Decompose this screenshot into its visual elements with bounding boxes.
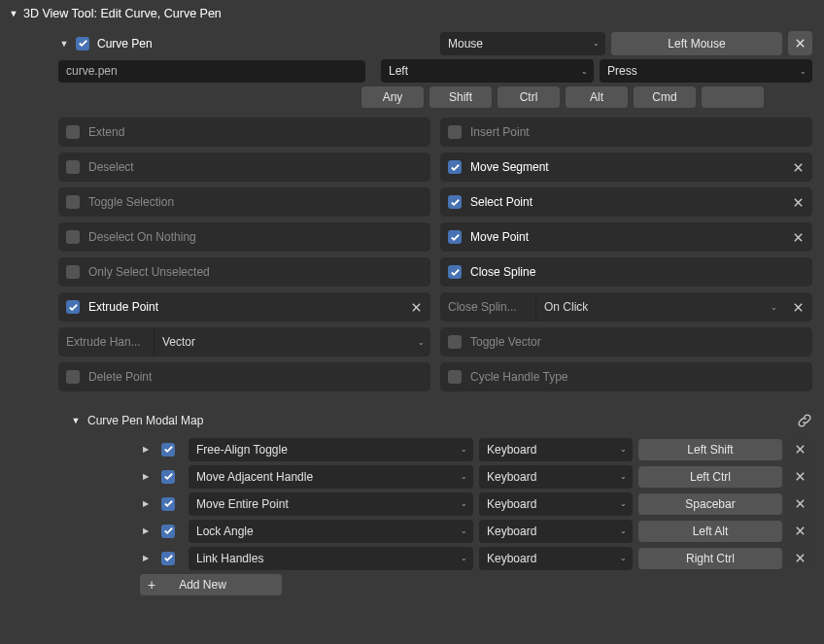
key-button[interactable]: Left Mouse (611, 32, 782, 55)
remove-row-button[interactable] (788, 464, 812, 489)
mod-ctrl[interactable]: Ctrl (498, 86, 560, 108)
option-row: Insert Point (440, 118, 812, 147)
option-checkbox[interactable] (448, 125, 462, 139)
key-value-select[interactable]: Left⌄ (381, 59, 594, 83)
reset-icon[interactable] (791, 160, 805, 174)
key-button[interactable]: Spacebar (638, 493, 782, 515)
remove-row-button[interactable] (788, 437, 812, 461)
enable-checkbox[interactable] (161, 525, 175, 538)
option-row: Extend (58, 118, 430, 147)
option-checkbox[interactable] (448, 160, 462, 174)
option-select[interactable]: Vector⌄ (154, 327, 430, 356)
remove-row-button[interactable] (788, 519, 812, 543)
expand-icon[interactable]: ▶ (140, 499, 152, 508)
key-button[interactable]: Right Ctrl (638, 548, 782, 569)
option-checkbox[interactable] (448, 370, 462, 384)
expand-icon[interactable]: ▶ (140, 526, 152, 535)
action-select[interactable]: Move Adjacent Handle⌄ (189, 465, 473, 489)
panel-header[interactable]: ▼ 3D View Tool: Edit Curve, Curve Pen (0, 0, 824, 27)
modal-map-title: Curve Pen Modal Map (87, 414, 203, 427)
option-checkbox[interactable] (66, 265, 80, 279)
option-row: Toggle Selection (58, 187, 430, 217)
option-checkbox[interactable] (448, 195, 462, 209)
mod-extra[interactable] (702, 86, 764, 108)
option-label: Insert Point (470, 125, 805, 139)
option-label: Move Segment (470, 160, 782, 174)
option-row: Delete Point (58, 362, 430, 391)
option-label: Extrude Han... (66, 335, 146, 349)
option-checkbox[interactable] (66, 370, 80, 384)
modifier-row: Any Shift Ctrl Alt Cmd (361, 86, 824, 108)
option-row: Toggle Vector (440, 327, 812, 356)
add-new-button[interactable]: + Add New (140, 574, 282, 595)
option-checkbox[interactable] (448, 230, 462, 244)
mod-any[interactable]: Any (361, 86, 424, 108)
option-row: Move Point (440, 222, 812, 252)
option-label: Deselect (88, 160, 423, 174)
collapse-icon: ▼ (8, 9, 19, 18)
action-select[interactable]: Free-Align Toggle⌄ (189, 438, 473, 461)
option-label: Close Splin... (448, 300, 528, 314)
input-type-select[interactable]: Keyboard⌄ (479, 465, 633, 489)
option-row: Cycle Handle Type (440, 362, 812, 391)
option-checkbox[interactable] (66, 195, 80, 209)
option-checkbox[interactable] (66, 300, 80, 314)
option-row: Extrude Han... Vector⌄ (58, 327, 430, 356)
option-label: Only Select Unselected (88, 265, 423, 279)
input-type-select[interactable]: Keyboard⌄ (479, 492, 633, 516)
option-select[interactable]: On Click⌄ (535, 292, 783, 322)
option-row: Move Segment (440, 153, 812, 182)
expand-icon[interactable]: ▶ (140, 472, 152, 481)
link-icon (797, 413, 812, 428)
option-row: Select Point (440, 187, 812, 217)
option-label: Close Spline (470, 265, 805, 279)
reset-icon[interactable] (791, 195, 805, 209)
add-new-label: Add New (179, 578, 226, 592)
expand-icon[interactable]: ▶ (140, 445, 152, 454)
event-select[interactable]: Press⌄ (600, 59, 812, 83)
enable-checkbox[interactable] (161, 443, 175, 457)
option-checkbox[interactable] (66, 125, 80, 139)
key-button[interactable]: Left Ctrl (638, 466, 782, 488)
modal-map-row: ▶ Move Adjacent Handle⌄ Keyboard⌄ Left C… (140, 464, 812, 489)
mod-alt[interactable]: Alt (566, 86, 628, 108)
modal-map-header[interactable]: ▼ Curve Pen Modal Map (70, 407, 812, 434)
option-label: Deselect On Nothing (88, 230, 423, 244)
mod-shift[interactable]: Shift (429, 86, 492, 108)
enable-checkbox[interactable] (76, 37, 89, 51)
option-checkbox[interactable] (448, 335, 462, 349)
reset-icon[interactable] (409, 300, 423, 314)
option-row: Deselect (58, 153, 430, 182)
binding-label: Curve Pen (97, 37, 153, 51)
input-type-select[interactable]: Keyboard⌄ (479, 520, 633, 543)
action-select[interactable]: Move Entire Point⌄ (189, 492, 473, 516)
expand-icon[interactable]: ▶ (140, 554, 152, 562)
option-row: Close Spline (440, 257, 812, 287)
option-checkbox[interactable] (448, 265, 462, 279)
identifier-input[interactable]: curve.pen (58, 60, 365, 83)
action-select[interactable]: Link Handles⌄ (189, 547, 473, 570)
input-type-select[interactable]: Mouse⌄ (440, 32, 605, 55)
action-select[interactable]: Lock Angle⌄ (189, 520, 473, 543)
panel-title: 3D View Tool: Edit Curve, Curve Pen (23, 7, 222, 20)
key-button[interactable]: Left Alt (638, 521, 782, 542)
option-label: Toggle Vector (470, 335, 805, 349)
enable-checkbox[interactable] (161, 497, 175, 511)
reset-icon[interactable] (791, 230, 805, 244)
input-type-select[interactable]: Keyboard⌄ (479, 547, 633, 570)
key-button[interactable]: Left Shift (638, 439, 782, 460)
reset-icon[interactable] (791, 300, 805, 314)
remove-binding-button[interactable] (788, 31, 812, 55)
remove-row-button[interactable] (788, 491, 812, 516)
option-checkbox[interactable] (66, 160, 80, 174)
input-type-select[interactable]: Keyboard⌄ (479, 438, 633, 461)
enable-checkbox[interactable] (161, 470, 175, 484)
enable-checkbox[interactable] (161, 552, 175, 565)
mod-cmd[interactable]: Cmd (634, 86, 696, 108)
option-checkbox[interactable] (66, 230, 80, 244)
option-label: Toggle Selection (88, 195, 423, 209)
collapse-icon[interactable]: ▼ (58, 39, 70, 49)
remove-row-button[interactable] (788, 546, 812, 570)
binding-header-row: ▼ Curve Pen Mouse⌄ Left Mouse (58, 31, 824, 55)
modal-map-row: ▶ Free-Align Toggle⌄ Keyboard⌄ Left Shif… (140, 437, 812, 461)
